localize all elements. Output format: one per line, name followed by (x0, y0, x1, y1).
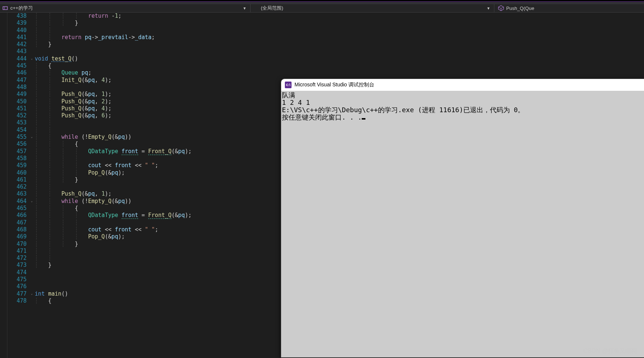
fold-marker (29, 183, 35, 190)
line-number: 460 (7, 169, 27, 176)
svg-line-3 (498, 7, 501, 8)
code-line[interactable]: ┆ } (35, 41, 644, 48)
fold-marker (29, 269, 35, 276)
code-line[interactable]: ┆ ┆ Queue pq; (35, 69, 644, 76)
line-number: 464 (7, 198, 27, 205)
fold-marker (29, 190, 35, 197)
fold-marker (29, 162, 35, 169)
code-line[interactable] (35, 48, 644, 55)
code-line[interactable]: ┆ ┆ ┆ ┆ return -1; (35, 13, 644, 20)
line-number: 456 (7, 141, 27, 148)
chevron-down-icon: ▼ (487, 6, 490, 10)
code-line[interactable]: ┆ ┆ return pq->_prevtail->_data; (35, 34, 644, 41)
fold-marker (29, 169, 35, 176)
line-number: 446 (7, 69, 27, 76)
fold-marker (29, 27, 35, 34)
fold-marker (29, 105, 35, 112)
fold-marker[interactable]: ⌄ (29, 290, 35, 297)
line-number: 467 (7, 219, 27, 226)
navigation-bar: c++的学习 ▼ (全局范围) ▼ Push_Q(Que (0, 4, 644, 13)
code-line[interactable]: ┆ ┆ (35, 27, 644, 34)
line-number: 475 (7, 276, 27, 283)
line-number: 455 (7, 134, 27, 141)
line-number: 449 (7, 91, 27, 98)
fold-marker (29, 255, 35, 262)
method-icon (498, 5, 504, 11)
line-number: 440 (7, 27, 27, 34)
line-number: 477 (7, 290, 27, 297)
line-number: 447 (7, 77, 27, 84)
svg-rect-0 (3, 7, 7, 10)
member-label: Push_Q(Que (506, 6, 534, 11)
fold-marker (29, 276, 35, 283)
fold-marker (29, 13, 35, 20)
fold-marker (29, 84, 35, 91)
vs-icon: C:\ (285, 82, 292, 88)
fold-marker (29, 62, 35, 69)
scope-dropdown-scope[interactable]: (全局范围) ▼ (251, 4, 494, 12)
fold-marker (29, 219, 35, 226)
fold-marker (29, 20, 35, 27)
scope-dropdown-member[interactable]: Push_Q(Que (494, 4, 644, 12)
line-number: 459 (7, 162, 27, 169)
fold-marker (29, 233, 35, 240)
fold-marker (29, 248, 35, 255)
fold-marker[interactable]: ⌄ (29, 134, 35, 141)
line-number: 465 (7, 205, 27, 212)
line-number: 450 (7, 98, 27, 105)
console-titlebar[interactable]: C:\ Microsoft Visual Studio 调试控制台 (281, 79, 644, 91)
line-number: 474 (7, 269, 27, 276)
fold-marker[interactable]: ⌄ (29, 198, 35, 205)
line-number: 472 (7, 255, 27, 262)
fold-marker[interactable]: ⌄ (29, 55, 35, 62)
line-number: 458 (7, 155, 27, 162)
line-number: 462 (7, 183, 27, 190)
line-number: 452 (7, 112, 27, 119)
scope-dropdown-class[interactable]: c++的学习 ▼ (0, 4, 251, 12)
console-output: 队满 1 2 4 1 E:\VS\c++的学习\Debug\c++的学习.exe… (281, 91, 644, 122)
line-number: 448 (7, 84, 27, 91)
chevron-down-icon: ▼ (243, 6, 246, 10)
line-number: 443 (7, 48, 27, 55)
svg-line-4 (501, 7, 504, 8)
fold-marker (29, 148, 35, 155)
margin-strip (0, 13, 7, 358)
fold-marker (29, 119, 35, 126)
fold-marker (29, 141, 35, 148)
scope-class-label: c++的学习 (10, 5, 33, 11)
watermark: CSDN @打鱼又晒网 (583, 347, 637, 355)
fold-marker (29, 91, 35, 98)
line-number: 470 (7, 241, 27, 248)
fold-marker (29, 297, 35, 304)
line-number: 461 (7, 176, 27, 183)
line-number: 468 (7, 226, 27, 233)
line-number: 439 (7, 20, 27, 27)
code-line[interactable]: ┆ { (35, 62, 644, 69)
fold-marker (29, 226, 35, 233)
fold-gutter[interactable]: ⌄⌄⌄⌄ (29, 13, 35, 358)
fold-marker (29, 41, 35, 48)
line-number: 469 (7, 233, 27, 240)
line-number: 445 (7, 62, 27, 69)
line-number: 442 (7, 41, 27, 48)
fold-marker (29, 283, 35, 290)
fold-marker (29, 112, 35, 119)
code-line[interactable]: void test_Q() (35, 55, 644, 62)
fold-marker (29, 241, 35, 248)
fold-marker (29, 98, 35, 105)
fold-marker (29, 127, 35, 134)
line-number: 444 (7, 55, 27, 62)
line-number: 466 (7, 212, 27, 219)
debug-console-window[interactable]: C:\ Microsoft Visual Studio 调试控制台 队满 1 2… (281, 79, 644, 358)
line-number: 463 (7, 190, 27, 197)
code-line[interactable]: ┆ ┆ ┆ } (35, 20, 644, 27)
line-number: 476 (7, 283, 27, 290)
line-number: 473 (7, 262, 27, 269)
line-number: 457 (7, 148, 27, 155)
fold-marker (29, 212, 35, 219)
class-icon (2, 5, 8, 11)
scope-label: (全局范围) (261, 5, 283, 11)
fold-marker (29, 176, 35, 183)
fold-marker (29, 205, 35, 212)
line-number: 451 (7, 105, 27, 112)
